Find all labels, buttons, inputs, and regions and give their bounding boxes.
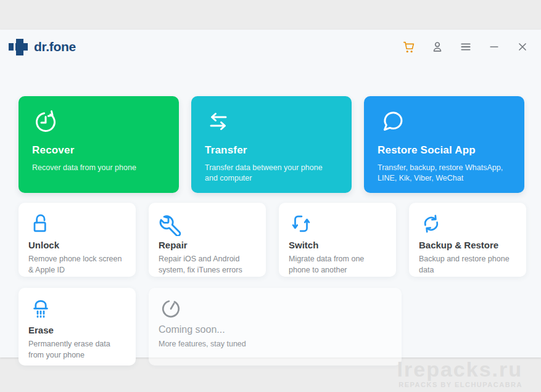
card-description: Transfer data between your phone and com… [205, 163, 338, 184]
card-backup-restore[interactable]: Backup & Restore Backup and restore phon… [409, 203, 526, 277]
card-transfer[interactable]: Transfer Transfer data between your phon… [191, 96, 352, 193]
unlock-icon [28, 211, 126, 236]
feature-card-row: Recover Recover data from your phone Tra… [19, 96, 524, 193]
card-description: Migrate data from one phone to another [289, 254, 386, 276]
switch-arrows-icon [289, 211, 386, 236]
sync-arrows-icon [419, 211, 516, 236]
tool-card-row: Unlock Remove phone lock screen & Apple … [19, 203, 526, 277]
app-logo: dr.fone [9, 38, 76, 57]
watermark-site: lrepacks.ru [397, 359, 522, 380]
card-coming-soon: Coming soon... More features, stay tuned [149, 288, 402, 365]
chat-bubble-icon [378, 108, 511, 136]
close-icon[interactable] [515, 39, 530, 54]
card-title: Restore Social App [378, 144, 511, 157]
wrench-icon [159, 211, 256, 236]
minimize-icon[interactable] [487, 39, 502, 54]
history-clock-icon [32, 108, 165, 136]
clock-icon [159, 296, 392, 321]
card-switch[interactable]: Switch Migrate data from one phone to an… [279, 203, 396, 277]
menu-icon[interactable] [458, 39, 473, 54]
card-title: Repair [159, 240, 256, 250]
card-title: Switch [289, 240, 386, 250]
card-description: Permanently erase data from your phone [28, 339, 126, 361]
desktop: { "app": { "name": "dr.fone" }, "titleba… [0, 0, 541, 392]
account-icon[interactable] [430, 39, 445, 54]
card-unlock[interactable]: Unlock Remove phone lock screen & Apple … [19, 203, 136, 277]
card-repair[interactable]: Repair Repair iOS and Android system, fi… [149, 203, 266, 277]
eraser-icon [28, 296, 126, 321]
card-recover[interactable]: Recover Recover data from your phone [19, 96, 179, 193]
app-window: dr.fone [0, 30, 541, 357]
card-title: Transfer [205, 144, 338, 157]
drfone-plus-logo-icon [9, 38, 28, 57]
card-description: More features, stay tuned [159, 340, 392, 348]
watermark-credit: REPACKS BY ELCHUPACABRA [397, 381, 522, 388]
card-title: Backup & Restore [419, 240, 516, 250]
titlebar-actions [402, 39, 532, 54]
cart-icon[interactable] [402, 39, 416, 54]
card-title: Recover [32, 144, 165, 157]
card-description: Backup and restore phone data [419, 254, 516, 276]
card-title: Unlock [28, 240, 126, 250]
titlebar: dr.fone [0, 30, 541, 64]
card-title: Coming soon... [159, 324, 392, 335]
card-erase[interactable]: Erase Permanently erase data from your p… [19, 288, 136, 365]
card-description: Transfer, backup, restore WhatsApp, LINE… [378, 163, 511, 184]
card-description: Recover data from your phone [32, 163, 165, 173]
watermark: lrepacks.ru REPACKS BY ELCHUPACABRA [397, 359, 522, 388]
transfer-arrows-icon [205, 108, 338, 136]
card-restore-social-app[interactable]: Restore Social App Transfer, backup, res… [364, 96, 524, 193]
card-title: Erase [28, 325, 126, 335]
card-description: Repair iOS and Android system, fix iTune… [159, 254, 256, 276]
bottom-card-row: Erase Permanently erase data from your p… [19, 288, 402, 365]
app-title: dr.fone [34, 39, 76, 54]
card-description: Remove phone lock screen & Apple ID [28, 254, 126, 276]
